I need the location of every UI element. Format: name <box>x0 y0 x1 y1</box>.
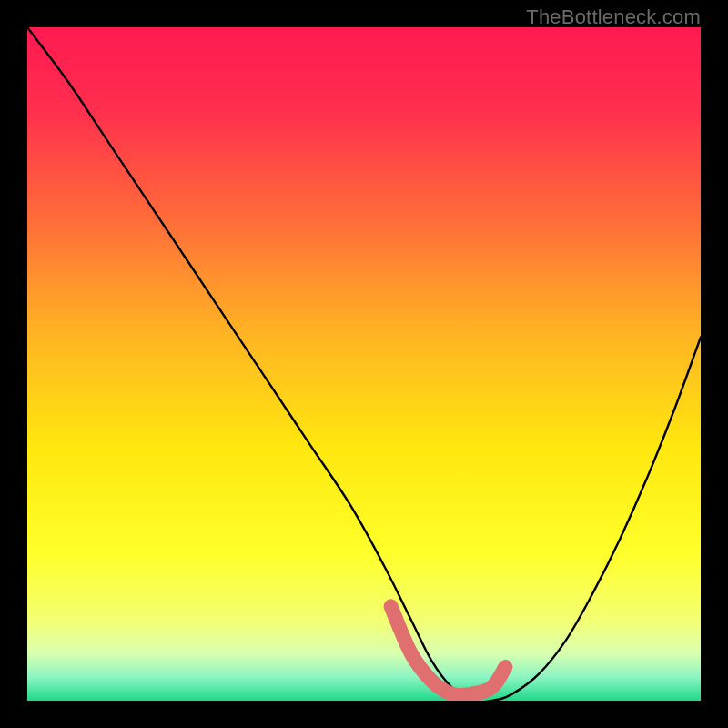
plot-area <box>27 27 701 701</box>
flat-segment-marker <box>391 606 506 695</box>
chart-stage: TheBottleneck.com <box>0 0 728 728</box>
watermark-text: TheBottleneck.com <box>526 5 701 29</box>
curve-layer <box>27 27 701 701</box>
bottleneck-curve <box>27 27 701 701</box>
